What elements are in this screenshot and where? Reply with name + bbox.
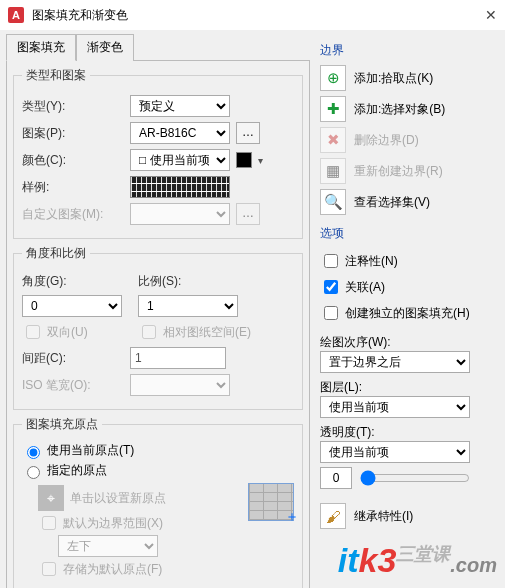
sample-preview[interactable] (130, 176, 230, 198)
plus-icon: ＋ (285, 508, 299, 526)
label-pattern: 图案(P): (22, 125, 124, 142)
view-selection-icon[interactable]: 🔍 (320, 189, 346, 215)
label-annotative: 注释性(N) (345, 253, 398, 270)
label-scale: 比例(S): (138, 273, 228, 290)
checkbox-annotative[interactable] (324, 254, 338, 268)
select-pattern[interactable]: AR-B816C (130, 122, 230, 144)
label-use-current-origin: 使用当前原点(T) (47, 442, 134, 459)
group-angle-scale: 角度和比例 角度(G): 比例(S): 0 1 双向(U) 相对图纸空间(E) … (13, 245, 303, 410)
select-object-icon[interactable]: ✚ (320, 96, 346, 122)
window-title: 图案填充和渐变色 (32, 7, 485, 24)
dropdown-icon[interactable]: ▾ (258, 155, 263, 166)
checkbox-store-default (42, 562, 56, 576)
select-object-button[interactable]: 添加:选择对象(B) (354, 101, 445, 118)
label-color: 颜色(C): (22, 152, 124, 169)
legend-type-pattern: 类型和图案 (22, 67, 90, 84)
label-specified-origin: 指定的原点 (47, 462, 107, 479)
select-color[interactable]: □ 使用当前项 (130, 149, 230, 171)
inherit-icon[interactable]: 🖌 (320, 503, 346, 529)
tab-panel: 类型和图案 类型(Y): 预定义 图案(P): AR-B816C … 颜色(C)… (6, 60, 310, 588)
label-iso: ISO 笔宽(O): (22, 377, 124, 394)
slider-transparency[interactable] (360, 470, 470, 486)
label-sample: 样例: (22, 179, 124, 196)
checkbox-default-bound (42, 516, 56, 530)
select-type[interactable]: 预定义 (130, 95, 230, 117)
input-transparency-value[interactable] (320, 467, 352, 489)
select-transparency[interactable]: 使用当前项 (320, 441, 470, 463)
color-swatch[interactable] (236, 152, 252, 168)
label-layer: 图层(L): (320, 379, 499, 396)
checkbox-independent[interactable] (324, 306, 338, 320)
label-click-new-origin: 单击以设置新原点 (70, 490, 166, 507)
label-double: 双向(U) (47, 324, 88, 341)
title-options: 选项 (320, 225, 499, 242)
select-angle[interactable]: 0 (22, 295, 122, 317)
checkbox-double (26, 325, 40, 339)
inherit-button[interactable]: 继承特性(I) (354, 508, 413, 525)
label-assoc: 关联(A) (345, 279, 385, 296)
remove-boundary-icon: ✖ (320, 127, 346, 153)
pattern-browse-button[interactable]: … (236, 122, 260, 144)
input-spacing (130, 347, 226, 369)
view-selection-button[interactable]: 查看选择集(V) (354, 194, 430, 211)
select-iso (130, 374, 230, 396)
recreate-boundary-button: 重新创建边界(R) (354, 163, 443, 180)
label-custom-pattern: 自定义图案(M): (22, 206, 124, 223)
select-draworder[interactable]: 置于边界之后 (320, 351, 470, 373)
group-type-pattern: 类型和图案 类型(Y): 预定义 图案(P): AR-B816C … 颜色(C)… (13, 67, 303, 239)
pick-point-icon[interactable]: ⊕ (320, 65, 346, 91)
legend-origin: 图案填充原点 (22, 416, 102, 433)
select-layer[interactable]: 使用当前项 (320, 396, 470, 418)
checkbox-relpaper (142, 325, 156, 339)
label-type: 类型(Y): (22, 98, 124, 115)
legend-angle-scale: 角度和比例 (22, 245, 90, 262)
radio-specified-origin[interactable] (27, 466, 40, 479)
select-origin-pos: 左下 (58, 535, 158, 557)
label-spacing: 间距(C): (22, 350, 124, 367)
label-transparency: 透明度(T): (320, 424, 499, 441)
set-origin-icon: ⌖ (38, 485, 64, 511)
checkbox-assoc[interactable] (324, 280, 338, 294)
tab-hatch[interactable]: 图案填充 (6, 34, 76, 61)
origin-preview: ＋ (248, 483, 294, 521)
remove-boundary-button: 删除边界(D) (354, 132, 419, 149)
tab-gradient[interactable]: 渐变色 (76, 34, 134, 61)
titlebar: A 图案填充和渐变色 ✕ (0, 0, 505, 30)
pick-point-button[interactable]: 添加:拾取点(K) (354, 70, 433, 87)
label-relpaper: 相对图纸空间(E) (163, 324, 251, 341)
label-default-bound: 默认为边界范围(X) (63, 515, 163, 532)
group-origin: 图案填充原点 使用当前原点(T) 指定的原点 ⌖ 单击以设置新原点 默认为边界范… (13, 416, 303, 588)
select-custom-pattern (130, 203, 230, 225)
app-logo: A (8, 7, 24, 23)
recreate-boundary-icon: ▦ (320, 158, 346, 184)
label-independent: 创建独立的图案填充(H) (345, 305, 470, 322)
label-draworder: 绘图次序(W): (320, 334, 499, 351)
close-icon[interactable]: ✕ (485, 7, 497, 23)
label-store-default: 存储为默认原点(F) (63, 561, 162, 578)
label-angle: 角度(G): (22, 273, 132, 290)
radio-use-current-origin[interactable] (27, 446, 40, 459)
select-scale[interactable]: 1 (138, 295, 238, 317)
custom-pattern-browse-button: … (236, 203, 260, 225)
title-boundary: 边界 (320, 42, 499, 59)
